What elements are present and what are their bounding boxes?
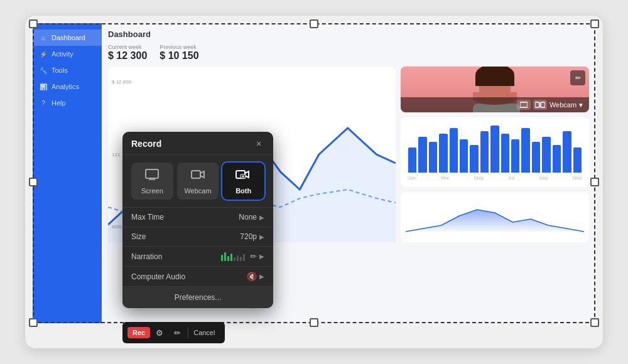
webcam-edit-button[interactable]: ✏ <box>570 70 585 85</box>
narration-row[interactable]: Narration ✏ ▶ <box>122 247 273 267</box>
edit-icon: ✏ <box>575 74 581 82</box>
bar-item <box>521 128 529 173</box>
bar-item <box>429 142 437 173</box>
bar-item <box>480 131 489 173</box>
computer-audio-label: Computer Audio <box>131 272 185 281</box>
size-row[interactable]: Size 720p ▶ <box>122 227 273 247</box>
both-icon-svg <box>236 169 252 180</box>
screen-mode-icon <box>145 169 159 183</box>
narration-bar-5 <box>234 257 236 261</box>
handle-bottom-right[interactable] <box>590 318 599 327</box>
svg-rect-4 <box>146 169 158 178</box>
handle-middle-right[interactable] <box>590 178 599 186</box>
tools-icon: 🔧 <box>39 66 48 75</box>
narration-bar-3 <box>227 256 229 261</box>
bar-item <box>542 137 550 173</box>
right-panels: ✏ <box>401 67 589 242</box>
both-mode-button[interactable]: Both <box>222 163 264 200</box>
close-button[interactable]: × <box>253 138 264 149</box>
sidebar-item-help[interactable]: ? Help <box>33 95 102 111</box>
dashboard-bg: ⌂ Dashboard ⚡ Activity 🔧 Tools 📊 Analyti… <box>33 23 595 323</box>
record-panel: Record × Screen <box>122 132 273 308</box>
webcam-dropdown-icon[interactable]: ▼ <box>578 102 584 109</box>
computer-audio-row[interactable]: Computer Audio 🔇 ▶ <box>122 267 273 287</box>
edit-toolbar-icon: ✏ <box>174 328 181 338</box>
svg-rect-8 <box>192 171 200 178</box>
narration-bar-2 <box>224 252 226 261</box>
sidebar: ⌂ Dashboard ⚡ Activity 🔧 Tools 📊 Analyti… <box>33 23 102 323</box>
stats-row: Current week $ 12 300 Previous week $ 10… <box>108 44 589 62</box>
narration-bar-4 <box>230 254 232 261</box>
narration-label: Narration <box>131 252 162 261</box>
stat-previous: Previous week $ 10 150 <box>160 44 198 62</box>
cancel-button[interactable]: Cancel <box>188 327 220 338</box>
area-chart-svg <box>406 197 584 235</box>
area-chart-panel <box>401 192 589 242</box>
bar-item <box>501 134 509 173</box>
bar-item <box>408 147 416 173</box>
sidebar-item-dashboard[interactable]: ⌂ Dashboard <box>33 29 102 46</box>
svg-rect-2 <box>535 102 539 107</box>
narration-chevron: ▶ <box>259 253 264 260</box>
webcam-bottom-bar: Webcam ▼ <box>401 97 589 112</box>
screen-mode-button[interactable]: Screen <box>131 163 173 200</box>
gear-button[interactable]: ⚙ <box>151 324 168 341</box>
narration-bar-8 <box>243 254 245 261</box>
bottom-toolbar: Rec ⚙ ✏ Cancel <box>122 322 225 343</box>
webcam-mode-label: Webcam <box>184 187 211 195</box>
previous-week-value: $ 10 150 <box>160 50 198 62</box>
max-time-value: None ▶ <box>239 213 264 222</box>
webcam-mode-icon <box>191 169 205 183</box>
handle-bottom-middle[interactable] <box>310 318 318 327</box>
mute-icon: 🔇 <box>247 272 257 281</box>
narration-edit-icon[interactable]: ✏ <box>250 252 257 261</box>
help-icon: ? <box>39 99 48 107</box>
handle-top-left[interactable] <box>29 19 38 28</box>
edit-button[interactable]: ✏ <box>169 324 185 341</box>
bar-item <box>418 137 426 173</box>
webcam-label: Webcam <box>550 101 577 109</box>
activity-icon: ⚡ <box>39 50 48 58</box>
webcam-icon-svg <box>191 169 205 180</box>
preferences-button[interactable]: Preferences... <box>122 287 273 308</box>
webcam-mode-button[interactable]: Webcam <box>177 163 219 200</box>
webcam-view-icons <box>517 100 547 110</box>
sidebar-item-analytics[interactable]: 📊 Analytics <box>33 78 102 95</box>
bar-item <box>563 131 571 173</box>
current-week-value: $ 12 300 <box>108 50 147 62</box>
handle-bottom-left[interactable] <box>29 318 38 327</box>
screen-mode-label: Screen <box>141 187 163 195</box>
bar-item <box>490 126 499 173</box>
split-view-btn[interactable] <box>533 100 547 110</box>
computer-audio-chevron: ▶ <box>259 273 264 280</box>
narration-value: ✏ ▶ <box>221 252 264 261</box>
previous-week-label: Previous week <box>160 44 198 50</box>
both-mode-label: Both <box>236 187 251 195</box>
record-header: Record × <box>122 132 273 155</box>
svg-rect-3 <box>541 102 545 107</box>
bar-item <box>573 147 582 173</box>
sidebar-item-tools[interactable]: 🔧 Tools <box>33 62 102 78</box>
screen-icon-svg <box>145 169 159 180</box>
bar-item <box>532 142 540 173</box>
max-time-row[interactable]: Max Time None ▶ <box>122 208 273 227</box>
handle-top-right[interactable] <box>590 19 599 28</box>
screen-view-btn[interactable] <box>517 100 531 110</box>
webcam-panel: ✏ <box>401 67 589 112</box>
record-title: Record <box>131 139 161 149</box>
size-label: Size <box>131 232 146 241</box>
size-chevron: ▶ <box>259 233 264 240</box>
rec-button[interactable]: Rec <box>127 327 150 338</box>
handle-middle-left[interactable] <box>29 178 38 186</box>
bar-item <box>460 139 468 173</box>
home-icon: ⌂ <box>39 33 48 42</box>
sidebar-item-activity[interactable]: ⚡ Activity <box>33 46 102 62</box>
screen-view-icon <box>520 102 528 108</box>
narration-bar-1 <box>221 255 223 261</box>
record-settings: Max Time None ▶ Size 720p ▶ Narration <box>122 207 273 287</box>
computer-audio-value: 🔇 ▶ <box>247 272 264 281</box>
handle-top-middle[interactable] <box>310 19 318 28</box>
bar-item <box>470 145 478 173</box>
narration-bar-6 <box>237 255 239 261</box>
gear-icon: ⚙ <box>156 328 163 338</box>
